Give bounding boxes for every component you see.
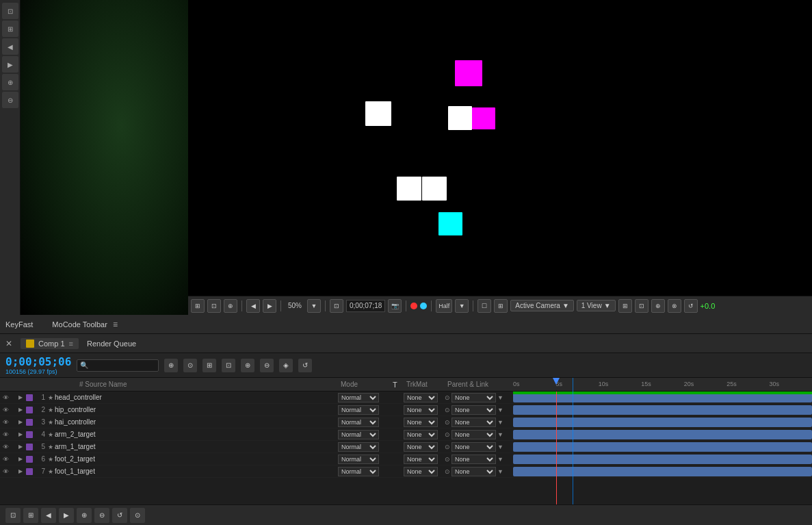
preview-btn-fit[interactable]: ⊡ [330, 299, 343, 313]
sidebar-icon-5[interactable]: ⊕ [2, 74, 18, 90]
layer-trkmat-0[interactable]: None [404, 393, 445, 402]
control-icon-4[interactable]: ⊡ [222, 359, 235, 372]
layer-parent-5[interactable]: ⊙ None ▼ [445, 454, 513, 464]
layer-visibility-6[interactable]: 👁 [0, 465, 11, 478]
control-icon-1[interactable]: ⊕ [164, 359, 178, 372]
timeline-tracks[interactable]: 0s5s10s15s20s25s30s35s [513, 378, 812, 504]
preview-btn-camera[interactable]: 📷 [388, 299, 402, 313]
parent-select-2[interactable]: None [451, 418, 496, 427]
zoom-display[interactable]: 50% [285, 302, 304, 309]
bottom-icon-2[interactable]: ⊞ [23, 508, 38, 523]
quality-dropdown[interactable]: Half [436, 299, 452, 313]
layer-parent-0[interactable]: ⊙ None ▼ [445, 393, 513, 402]
layer-parent-3[interactable]: ⊙ None ▼ [445, 430, 513, 439]
layer-row[interactable]: 👁 ▶ 6 ★ foot_2_target Normal None ⊙ [0, 453, 513, 465]
layer-visibility-0[interactable]: 👁 [0, 392, 11, 404]
trkmat-select-5[interactable]: None [404, 454, 438, 464]
layer-parent-6[interactable]: ⊙ None ▼ [445, 467, 513, 476]
layer-mode-5[interactable]: Normal [338, 454, 393, 464]
control-icon-8[interactable]: ↺ [298, 359, 312, 372]
trkmat-select-1[interactable]: None [404, 405, 438, 415]
layer-visibility-5[interactable]: 👁 [0, 453, 11, 465]
layer-visibility-4[interactable]: 👁 [0, 441, 11, 453]
layer-expand-0[interactable]: ▶ [16, 392, 25, 404]
trkmat-select-2[interactable]: None [404, 418, 438, 427]
parent-select-6[interactable]: None [451, 467, 496, 476]
preview-btn-alpha[interactable]: ☐ [477, 299, 491, 313]
comp-menu-icon[interactable]: ≡ [69, 340, 73, 348]
sidebar-icon-1[interactable]: ⊡ [2, 3, 18, 19]
bottom-icon-5[interactable]: ⊕ [77, 508, 92, 523]
close-btn[interactable]: ✕ [5, 339, 12, 348]
bottom-icon-1[interactable]: ⊡ [5, 508, 21, 523]
parent-select-3[interactable]: None [451, 430, 496, 439]
preview-btn-reset[interactable]: ↺ [684, 299, 698, 313]
parent-select-0[interactable]: None [451, 393, 496, 402]
sidebar-icon-4[interactable]: ▶ [2, 56, 18, 73]
control-icon-5[interactable]: ⊕ [241, 359, 254, 372]
layer-mode-2[interactable]: Normal [338, 418, 393, 427]
layer-visibility-2[interactable]: 👁 [0, 416, 11, 428]
layer-mode-1[interactable]: Normal [338, 405, 393, 415]
layer-parent-2[interactable]: ⊙ None ▼ [445, 418, 513, 427]
layer-visibility-1[interactable]: 👁 [0, 404, 11, 416]
preview-btn-channels[interactable]: ⊞ [494, 299, 508, 313]
layer-row[interactable]: 👁 ▶ 7 ★ foot_1_target Normal None ⊙ [0, 465, 513, 478]
layer-expand-6[interactable]: ▶ [16, 465, 25, 478]
layer-expand-4[interactable]: ▶ [16, 441, 25, 453]
layer-mode-4[interactable]: Normal [338, 442, 393, 452]
bottom-icon-7[interactable]: ↺ [112, 508, 127, 523]
quality-arrow[interactable]: ▼ [455, 299, 469, 313]
layer-row[interactable]: 👁 ▶ 5 ★ arm_1_target Normal None ⊙ N [0, 441, 513, 453]
preview-btn-settings[interactable]: ⊕ [224, 299, 237, 313]
parent-select-4[interactable]: None [451, 442, 496, 452]
layer-expand-1[interactable]: ▶ [16, 404, 25, 416]
layer-trkmat-2[interactable]: None [404, 418, 445, 427]
layer-visibility-3[interactable]: 👁 [0, 428, 11, 441]
control-icon-2[interactable]: ⊙ [183, 359, 197, 372]
preview-btn-composition[interactable]: ⊞ [191, 299, 205, 313]
layer-mode-6[interactable]: Normal [338, 467, 393, 476]
trkmat-select-3[interactable]: None [404, 430, 438, 439]
layer-trkmat-5[interactable]: None [404, 454, 445, 464]
mode-select-6[interactable]: Normal [338, 467, 379, 476]
layer-parent-4[interactable]: ⊙ None ▼ [445, 442, 513, 452]
view-dropdown[interactable]: 1 View ▼ [577, 300, 616, 311]
layer-parent-1[interactable]: ⊙ None ▼ [445, 405, 513, 415]
bottom-icon-8[interactable]: ⊙ [130, 508, 145, 523]
layer-mode-0[interactable]: Normal [338, 393, 393, 402]
layer-expand-3[interactable]: ▶ [16, 428, 25, 441]
bottom-icon-6[interactable]: ⊖ [94, 508, 109, 523]
layer-expand-5[interactable]: ▶ [16, 453, 25, 465]
mocode-menu-icon[interactable]: ≡ [113, 320, 118, 329]
preview-btn-layout4[interactable]: ⊗ [668, 299, 681, 313]
preview-btn-layout1[interactable]: ⊞ [618, 299, 632, 313]
mode-select-3[interactable]: Normal [338, 430, 379, 439]
layer-search-input[interactable] [77, 359, 159, 372]
layer-row[interactable]: 👁 ▶ 3 ★ hai_controller Normal None ⊙ [0, 416, 513, 428]
sidebar-icon-2[interactable]: ⊞ [2, 21, 18, 37]
preview-btn-layout3[interactable]: ⊕ [651, 299, 665, 313]
layer-trkmat-3[interactable]: None [404, 430, 445, 439]
bottom-icon-4[interactable]: ▶ [59, 508, 74, 523]
mode-select-4[interactable]: Normal [338, 442, 379, 452]
comp-tab[interactable]: Comp 1 ≡ [21, 338, 79, 349]
timeline-timecode[interactable]: 0;00;05;06 [5, 355, 71, 368]
timecode-display[interactable]: 0;00;07;18 [346, 300, 385, 312]
trkmat-select-6[interactable]: None [404, 467, 438, 476]
sidebar-icon-3[interactable]: ◀ [2, 38, 18, 55]
mode-select-0[interactable]: Normal [338, 393, 379, 402]
sidebar-icon-6[interactable]: ⊖ [2, 92, 18, 108]
preview-btn-snap[interactable]: ◀ [246, 299, 260, 313]
layer-trkmat-6[interactable]: None [404, 467, 445, 476]
bottom-icon-3[interactable]: ◀ [41, 508, 56, 523]
layer-row[interactable]: 👁 ▶ 4 ★ arm_2_target Normal None ⊙ N [0, 428, 513, 441]
mode-select-1[interactable]: Normal [338, 405, 379, 415]
layer-trkmat-4[interactable]: None [404, 442, 445, 452]
parent-select-1[interactable]: None [451, 405, 496, 415]
trkmat-select-0[interactable]: None [404, 393, 438, 402]
layer-row[interactable]: 👁 ▶ 2 ★ hip_controller Normal None ⊙ [0, 404, 513, 416]
control-icon-7[interactable]: ◈ [279, 359, 293, 372]
layer-mode-3[interactable]: Normal [338, 430, 393, 439]
layer-expand-2[interactable]: ▶ [16, 416, 25, 428]
